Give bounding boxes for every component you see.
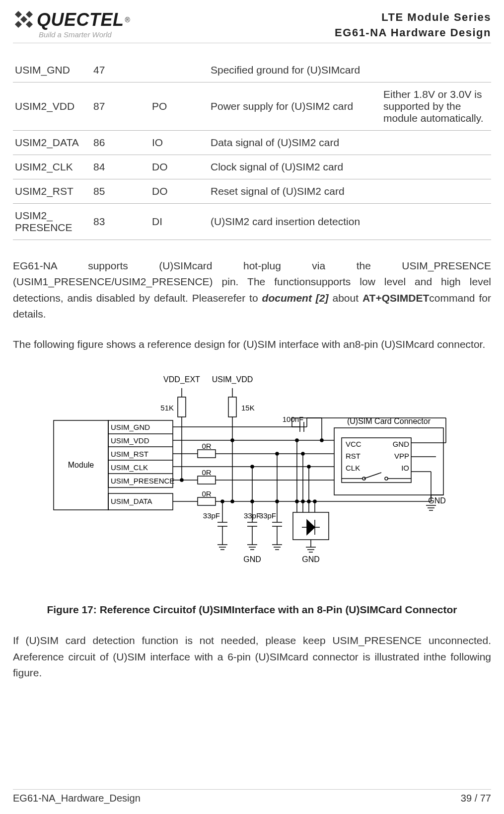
svg-text:IO: IO xyxy=(401,464,409,472)
svg-text:USIM_RST: USIM_RST xyxy=(111,450,148,458)
svg-rect-2 xyxy=(15,21,22,28)
footer-page-number: 39 / 77 xyxy=(461,793,491,804)
brand-logo: QUECTEL ® Build a Smarter World xyxy=(13,10,130,38)
svg-text:USIM_PRESENCE: USIM_PRESENCE xyxy=(111,477,174,485)
svg-point-50 xyxy=(251,465,254,468)
pin-name: USIM2_ PRESENCE xyxy=(13,203,91,240)
svg-text:VDD_EXT: VDD_EXT xyxy=(163,375,200,384)
brand-name: QUECTEL xyxy=(37,11,124,29)
doc-reference: document [2] xyxy=(262,292,329,304)
pin-number: 84 xyxy=(91,155,150,179)
svg-text:GND: GND xyxy=(302,555,320,564)
svg-point-29 xyxy=(180,479,183,482)
svg-rect-22 xyxy=(198,497,216,505)
svg-point-33 xyxy=(231,439,234,442)
svg-text:0R: 0R xyxy=(202,468,211,477)
pin-desc: (U)SIM2 card insertion detection xyxy=(209,203,381,240)
pin-io: DI xyxy=(150,203,209,240)
svg-text:USIM_VDD: USIM_VDD xyxy=(111,436,149,445)
svg-text:Module: Module xyxy=(68,461,94,469)
brand-mark-icon xyxy=(13,10,37,30)
pin-desc: Data signal of (U)SIM2 card xyxy=(209,130,381,155)
pin-io: DO xyxy=(150,179,209,203)
svg-text:USIM_DATA: USIM_DATA xyxy=(111,497,152,505)
usim-reference-circuit-diagram: Module USIM_GND USIM_VDD USIM_RST USIM_C… xyxy=(49,363,456,592)
at-command: AT+QSIMDET xyxy=(362,292,429,304)
pin-number: 83 xyxy=(91,203,150,240)
figure-17: Module USIM_GND USIM_VDD USIM_RST USIM_C… xyxy=(13,363,491,592)
svg-line-96 xyxy=(364,473,381,479)
svg-text:51K: 51K xyxy=(160,404,174,412)
svg-point-72 xyxy=(313,500,316,503)
svg-point-42 xyxy=(221,500,224,503)
svg-text:USIM_CLK: USIM_CLK xyxy=(111,463,148,472)
pin-comment xyxy=(381,130,491,155)
table-row: USIM2_VDD 87 PO Power supply for (U)SIM2… xyxy=(13,82,491,130)
svg-text:33pF: 33pF xyxy=(243,511,260,520)
svg-text:33pF: 33pF xyxy=(203,511,219,520)
table-row: USIM2_CLK 84 DO Clock signal of (U)SIM2 … xyxy=(13,155,491,179)
pin-comment: Either 1.8V or 3.0V is supported by the … xyxy=(381,82,491,130)
pin-number: 47 xyxy=(91,58,150,82)
svg-point-60 xyxy=(276,500,279,503)
svg-point-66 xyxy=(301,452,304,455)
pin-comment xyxy=(381,155,491,179)
svg-text:15K: 15K xyxy=(241,404,255,412)
pin-name: USIM2_RST xyxy=(13,179,91,203)
pin-io: PO xyxy=(150,82,209,130)
svg-text:(U)SIM Card Connector: (U)SIM Card Connector xyxy=(347,417,431,425)
table-row: USIM2_ PRESENCE 83 DI (U)SIM2 card inser… xyxy=(13,203,491,240)
pin-desc: Specified ground for (U)SIMcard xyxy=(209,58,381,82)
svg-text:0R: 0R xyxy=(202,489,211,498)
svg-text:USIM_VDD: USIM_VDD xyxy=(212,375,253,384)
pin-io: DO xyxy=(150,155,209,179)
pin-comment xyxy=(381,179,491,203)
paragraph-1: EG61-NA supports (U)SIMcard hot-plug via… xyxy=(13,258,491,323)
svg-point-64 xyxy=(295,500,298,503)
svg-text:100nF: 100nF xyxy=(282,415,303,423)
svg-point-95 xyxy=(385,477,388,480)
table-row: USIM2_DATA 86 IO Data signal of (U)SIM2 … xyxy=(13,130,491,155)
pin-name: USIM_GND xyxy=(13,58,91,82)
pin-name: USIM2_DATA xyxy=(13,130,91,155)
paragraph-2: The following figure shows a reference d… xyxy=(13,336,491,353)
table-row: USIM2_RST 85 DO Reset signal of (U)SIM2 … xyxy=(13,179,491,203)
page-footer: EG61-NA_Hardware_Design 39 / 77 xyxy=(13,789,491,804)
svg-text:VPP: VPP xyxy=(394,452,409,460)
pin-name: USIM2_CLK xyxy=(13,155,91,179)
table-row: USIM_GND 47 Specified ground for (U)SIMc… xyxy=(13,58,491,82)
pin-number: 85 xyxy=(91,179,150,203)
pin-number: 87 xyxy=(91,82,150,130)
svg-rect-4 xyxy=(20,16,27,23)
svg-text:GND: GND xyxy=(243,555,261,564)
pin-io: IO xyxy=(150,130,209,155)
svg-text:VCC: VCC xyxy=(346,440,361,448)
svg-rect-27 xyxy=(178,397,186,417)
svg-text:0R: 0R xyxy=(202,442,211,450)
svg-rect-19 xyxy=(198,476,216,484)
svg-text:GND: GND xyxy=(428,496,446,505)
svg-rect-0 xyxy=(15,11,22,18)
pin-desc: Clock signal of (U)SIM2 card xyxy=(209,155,381,179)
pin-comment xyxy=(381,58,491,82)
svg-point-59 xyxy=(276,452,279,455)
footer-doc-name: EG61-NA_Hardware_Design xyxy=(13,793,141,804)
pin-desc: Power supply for (U)SIM2 card xyxy=(209,82,381,130)
pin-number: 86 xyxy=(91,130,150,155)
svg-rect-31 xyxy=(228,397,236,417)
svg-point-63 xyxy=(295,439,298,442)
svg-text:RST: RST xyxy=(346,452,360,460)
svg-point-70 xyxy=(307,500,310,503)
svg-rect-1 xyxy=(26,11,33,18)
pin-name: USIM2_VDD xyxy=(13,82,91,130)
svg-point-85 xyxy=(320,439,323,442)
pin-desc: Reset signal of (U)SIM2 card xyxy=(209,179,381,203)
page-header: QUECTEL ® Build a Smarter World LTE Modu… xyxy=(13,10,491,43)
doc-series: LTE Module Series xyxy=(335,10,491,25)
doc-title-block: LTE Module Series EG61-NA Hardware Desig… xyxy=(335,10,491,41)
brand-registered: ® xyxy=(125,16,130,23)
svg-rect-3 xyxy=(26,21,33,28)
pin-comment xyxy=(381,203,491,240)
svg-text:GND: GND xyxy=(392,440,409,448)
svg-text:USIM_GND: USIM_GND xyxy=(111,423,150,431)
